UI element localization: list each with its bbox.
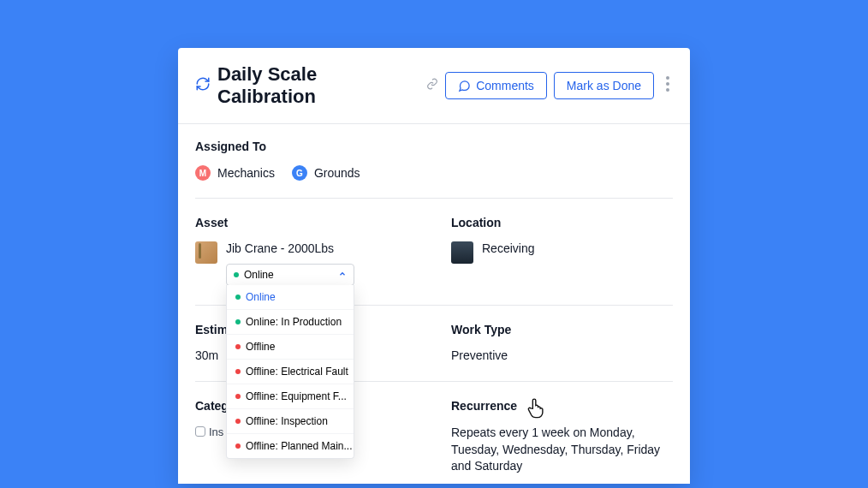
- recurrence-label: Recurrence: [451, 399, 673, 413]
- avatar: G: [292, 165, 307, 181]
- status-option-online[interactable]: Online: [227, 285, 354, 310]
- location-label: Location: [451, 216, 673, 229]
- assigned-to-label: Assigned To: [195, 140, 673, 153]
- asset-location-row: Asset Jib Crane - 2000Lbs Online: [195, 199, 673, 286]
- status-dot-icon: [235, 295, 241, 300]
- comment-icon: [458, 80, 471, 92]
- status-dot-icon: [235, 394, 241, 399]
- status-option-offline-inspection[interactable]: Offline: Inspection: [227, 409, 354, 434]
- assignee-item[interactable]: G Grounds: [292, 165, 360, 181]
- status-dot-icon: [235, 419, 241, 424]
- link-icon[interactable]: [426, 78, 438, 93]
- assignee-item[interactable]: M Mechanics: [195, 165, 275, 181]
- status-dot-icon: [235, 319, 241, 324]
- mark-done-button[interactable]: Mark as Done: [554, 72, 654, 99]
- location-thumbnail[interactable]: [451, 241, 473, 264]
- tag-icon: [195, 426, 205, 437]
- asset-label: Asset: [195, 216, 417, 229]
- location-name[interactable]: Receiving: [482, 241, 534, 255]
- asset-name[interactable]: Jib Crane - 2000Lbs: [226, 241, 354, 255]
- status-option-offline[interactable]: Offline: [227, 335, 354, 360]
- category-tag[interactable]: Ins: [195, 426, 223, 438]
- status-dot-icon: [234, 272, 239, 277]
- status-dot-icon: [235, 443, 241, 449]
- assignee-name: Mechanics: [217, 166, 275, 180]
- card-content: Assigned To M Mechanics G Grounds Asset …: [178, 124, 690, 484]
- asset-thumbnail[interactable]: [195, 241, 217, 264]
- refresh-icon: [195, 76, 211, 95]
- work-type-label: Work Type: [451, 323, 673, 336]
- card-header: Daily Scale Calibration Comments Mark as…: [178, 48, 690, 124]
- recurrence-value: Repeats every 1 week on Monday, Tuesday,…: [451, 425, 673, 475]
- asset-row: Jib Crane - 2000Lbs Online Online: [195, 241, 417, 286]
- category-value: Ins: [209, 426, 223, 438]
- status-option-offline-equipment[interactable]: Offline: Equipment F...: [227, 384, 354, 409]
- recurrence-col: Recurrence Repeats every 1 week on Monda…: [451, 399, 673, 475]
- status-option-offline-electrical[interactable]: Offline: Electrical Fault: [227, 360, 354, 384]
- chevron-up-icon: [338, 269, 347, 281]
- assignee-name: Grounds: [314, 166, 360, 180]
- comments-label: Comments: [476, 79, 534, 92]
- location-col: Location Receiving: [451, 216, 673, 286]
- status-dot-icon: [235, 369, 241, 374]
- avatar: M: [195, 165, 211, 181]
- page-title: Daily Scale Calibration: [217, 63, 419, 108]
- location-row: Receiving: [451, 241, 673, 264]
- work-type-col: Work Type Preventive: [451, 323, 673, 362]
- status-dropdown: Online Online: In Production Offline Off…: [226, 285, 354, 459]
- status-selected-label: Online: [244, 269, 274, 281]
- asset-status-select[interactable]: Online Online Online: In Production Offl…: [226, 264, 354, 286]
- svg-point-0: [666, 76, 669, 80]
- assignee-list: M Mechanics G Grounds: [195, 165, 673, 199]
- svg-point-2: [666, 88, 669, 92]
- svg-point-1: [666, 82, 669, 86]
- status-option-online-production[interactable]: Online: In Production: [227, 310, 354, 335]
- status-dot-icon: [235, 344, 241, 349]
- work-order-card: Daily Scale Calibration Comments Mark as…: [178, 48, 690, 484]
- more-menu-button[interactable]: [663, 73, 673, 98]
- work-type-value: Preventive: [451, 348, 673, 362]
- title-wrap: Daily Scale Calibration: [195, 63, 438, 108]
- status-option-offline-planned[interactable]: Offline: Planned Main...: [227, 434, 354, 458]
- comments-button[interactable]: Comments: [445, 72, 547, 99]
- asset-col: Asset Jib Crane - 2000Lbs Online: [195, 216, 417, 286]
- mark-done-label: Mark as Done: [567, 79, 641, 92]
